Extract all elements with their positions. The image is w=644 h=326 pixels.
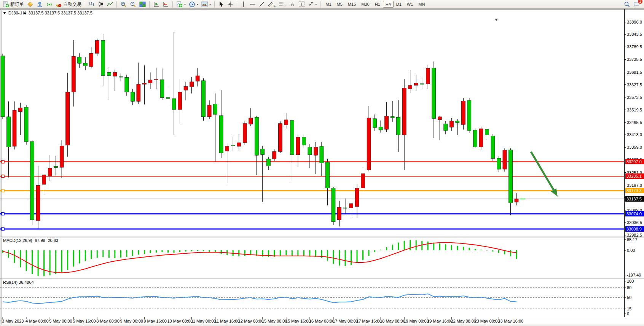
candle xyxy=(36,185,40,221)
tile-windows-button[interactable] xyxy=(138,0,147,8)
indicators-button[interactable]: ▾ xyxy=(175,0,187,8)
trend-arrow-head[interactable] xyxy=(551,188,558,197)
candle xyxy=(491,136,495,158)
candle xyxy=(467,100,471,130)
bar-chart-icon xyxy=(89,1,95,7)
text-label-letter: T xyxy=(299,2,304,7)
chart-shift-button[interactable] xyxy=(152,0,161,8)
trendline-icon xyxy=(259,1,265,7)
macd-label: MACD(12,26,9) -67.98 -20.63 xyxy=(3,238,58,243)
candle xyxy=(113,72,117,76)
candle xyxy=(367,118,371,170)
date-tick-label: 5 May 16:00 xyxy=(73,319,96,323)
mql-wizard-button[interactable] xyxy=(26,0,35,8)
price-tick-label: 33359.0 xyxy=(627,145,642,149)
channel-icon xyxy=(268,1,274,7)
zoom-in-button[interactable] xyxy=(119,0,128,8)
candlestick-chart-button[interactable] xyxy=(97,0,105,8)
candle xyxy=(479,129,483,147)
candle xyxy=(237,143,241,146)
new-order-button[interactable]: 新订单 xyxy=(2,0,25,8)
line-drag-marker[interactable] xyxy=(2,227,4,230)
autotrading-button[interactable]: 自动交易 xyxy=(54,0,83,8)
horizontal-line-button[interactable] xyxy=(249,0,257,8)
chart-shift-marker[interactable] xyxy=(495,10,499,30)
equidistant-channel-button[interactable]: E xyxy=(267,0,277,8)
timeframe-mn[interactable]: MN xyxy=(416,1,427,8)
candle xyxy=(196,76,199,81)
candle xyxy=(243,124,247,143)
date-tick-label: 17 May 00:00 xyxy=(333,319,358,323)
macd-tick-label: 0.00 xyxy=(627,248,635,253)
profile-button[interactable] xyxy=(35,0,44,8)
rsi-tick-label: 100 xyxy=(627,279,634,283)
trendline-button[interactable] xyxy=(258,0,266,8)
price-tick-label: 33519.5 xyxy=(627,108,642,112)
timeframe-d1[interactable]: D1 xyxy=(394,1,404,8)
candle xyxy=(13,110,16,146)
auto-scroll-button[interactable] xyxy=(161,0,170,8)
timeframe-m1[interactable]: M1 xyxy=(323,1,334,8)
fibonacci-button[interactable]: F xyxy=(277,0,287,8)
price-line-badge: 33074.0 xyxy=(625,211,644,216)
timeframe-h1[interactable]: H1 xyxy=(372,1,383,8)
line-drag-marker[interactable] xyxy=(2,213,4,215)
timeframe-m15[interactable]: M15 xyxy=(345,1,359,8)
date-tick-label: 9 May 16:00 xyxy=(143,319,167,323)
candle xyxy=(131,92,134,102)
notifications-button[interactable]: 1 xyxy=(633,1,640,8)
candle xyxy=(497,158,501,169)
text-button[interactable]: A xyxy=(288,0,296,8)
signals-button[interactable] xyxy=(45,0,54,8)
vertical-line-button[interactable] xyxy=(239,0,248,8)
cursor-button[interactable] xyxy=(217,0,225,8)
candle xyxy=(273,151,276,159)
candle xyxy=(48,168,52,176)
timeframe-m30[interactable]: M30 xyxy=(359,1,372,8)
chart-window[interactable]: DJ30-,H4 33137.5 33137.5 33137.5 33137.5… xyxy=(0,9,644,326)
candle xyxy=(373,119,377,127)
candle xyxy=(438,117,442,120)
indicators-icon xyxy=(176,1,183,8)
bar-chart-button[interactable] xyxy=(88,0,96,8)
periods-button[interactable]: ▾ xyxy=(188,0,199,8)
candle xyxy=(278,124,282,152)
price-tick-label: 33735.5 xyxy=(627,57,642,62)
cursor-arrow-icon xyxy=(218,1,224,7)
arrows-tool-button[interactable]: ▾ xyxy=(306,0,318,8)
candle xyxy=(101,40,105,75)
candle xyxy=(325,162,329,188)
templates-button[interactable]: ▾ xyxy=(200,0,212,8)
zoom-out-button[interactable] xyxy=(129,0,137,8)
price-tick-label: 33573.5 xyxy=(627,95,642,100)
line-drag-marker[interactable] xyxy=(2,189,4,192)
timeframe-m5[interactable]: M5 xyxy=(334,1,345,8)
fibo-letter: F xyxy=(284,4,286,8)
candle xyxy=(379,127,383,130)
candle xyxy=(414,83,418,86)
candle xyxy=(107,72,111,75)
line-chart-button[interactable] xyxy=(106,0,114,8)
text-label-button[interactable]: T xyxy=(297,0,306,8)
autotrading-icon xyxy=(56,1,62,8)
search-icon[interactable] xyxy=(624,1,630,8)
candle xyxy=(249,118,253,124)
symbol-collapse-icon[interactable] xyxy=(3,12,6,14)
text-tool-letter: A xyxy=(291,2,294,7)
crosshair-button[interactable] xyxy=(226,0,234,8)
clock-icon xyxy=(189,1,195,8)
candle xyxy=(337,207,341,220)
candle xyxy=(461,101,465,124)
price-line-badge: 33297.0 xyxy=(625,159,644,164)
new-order-label: 新订单 xyxy=(10,1,24,8)
chart-shift-icon xyxy=(153,1,159,8)
line-drag-marker[interactable] xyxy=(2,175,4,178)
timeframe-h4[interactable]: H4 xyxy=(383,1,394,8)
date-tick-label: 4 May 08:00 xyxy=(26,319,49,323)
trend-arrow-annotation[interactable] xyxy=(531,152,555,193)
line-drag-marker[interactable] xyxy=(2,161,4,163)
fibonacci-icon xyxy=(279,1,284,7)
candle xyxy=(207,105,211,117)
candle xyxy=(95,40,99,53)
timeframe-w1[interactable]: W1 xyxy=(404,1,416,8)
